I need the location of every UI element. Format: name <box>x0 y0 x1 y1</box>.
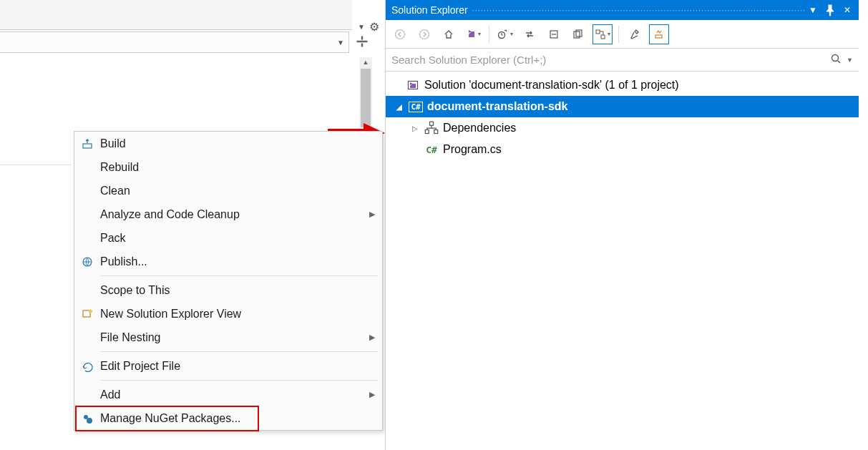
sync-icon[interactable] <box>520 24 540 44</box>
csharp-project-icon: C# <box>409 102 423 112</box>
publish-icon <box>74 256 100 268</box>
menu-item-edit-project[interactable]: Edit Project File <box>74 354 382 378</box>
expander-expand-icon[interactable]: ▷ <box>410 124 420 132</box>
properties-icon[interactable] <box>625 24 645 44</box>
solution-explorer-toolbar: ▾ <box>386 20 859 49</box>
menu-label: Publish... <box>100 255 362 268</box>
menu-label: Edit Project File <box>100 360 362 373</box>
svg-rect-13 <box>601 35 605 39</box>
project-context-menu: Build Rebuild Clean Analyze and Code Cle… <box>74 131 383 431</box>
menu-item-scope[interactable]: Scope to This <box>74 278 382 302</box>
submenu-arrow-icon: ▶ <box>362 333 382 342</box>
submenu-arrow-icon: ▶ <box>362 210 382 219</box>
svg-point-7 <box>420 29 429 39</box>
menu-item-rebuild[interactable]: Rebuild <box>74 155 382 179</box>
svg-rect-12 <box>596 30 600 34</box>
menu-item-file-nesting[interactable]: File Nesting ▶ <box>74 326 382 349</box>
dependencies-icon <box>424 121 439 135</box>
editor-top-controls: ▼ ⚙ <box>358 20 379 34</box>
menu-label: Rebuild <box>100 161 362 174</box>
svg-rect-14 <box>655 35 662 38</box>
menu-separator <box>100 380 378 381</box>
menu-label: Analyze and Code Cleanup <box>100 208 362 221</box>
svg-point-4 <box>84 415 88 419</box>
svg-point-3 <box>89 309 92 313</box>
divider <box>0 165 72 165</box>
menu-item-build[interactable]: Build <box>74 132 382 155</box>
search-input[interactable] <box>391 54 827 66</box>
toolbar-separator <box>489 26 489 43</box>
tree-label: Dependencies <box>443 122 516 134</box>
menu-label: New Solution Explorer View <box>100 308 362 321</box>
edit-icon <box>74 361 100 372</box>
tree-solution-node[interactable]: Solution 'document-translation-sdk' (1 o… <box>386 74 859 96</box>
svg-rect-11 <box>576 30 582 36</box>
svg-rect-17 <box>430 122 434 125</box>
svg-point-5 <box>87 418 92 424</box>
nuget-icon <box>74 413 100 424</box>
forward-icon[interactable] <box>414 24 434 44</box>
tree-project-node[interactable]: ◢ C# document-translation-sdk <box>386 96 859 117</box>
scrollbar-thumb[interactable] <box>361 69 371 127</box>
gear-icon[interactable]: ⚙ <box>369 20 379 34</box>
editor-nav-dropdown[interactable]: ▼ <box>0 31 349 53</box>
search-options-icon[interactable]: ▼ <box>844 57 853 64</box>
preview-selected-icon[interactable] <box>593 24 613 44</box>
editor-top-bar <box>0 0 352 30</box>
menu-label: Build <box>100 137 362 150</box>
tree-label: Program.cs <box>443 143 502 156</box>
menu-label: Clean <box>100 185 362 197</box>
menu-item-add[interactable]: Add ▶ <box>74 383 382 406</box>
expander-collapse-icon[interactable]: ◢ <box>394 103 404 111</box>
menu-item-pack[interactable]: Pack <box>74 226 382 250</box>
back-icon[interactable] <box>390 24 410 44</box>
tree-label: Solution 'document-translation-sdk' (1 o… <box>424 79 679 92</box>
build-icon <box>74 138 100 150</box>
tree-dependencies-node[interactable]: ▷ Dependencies <box>386 117 859 139</box>
svg-rect-18 <box>425 130 429 134</box>
split-view-icon[interactable] <box>355 34 369 49</box>
pending-changes-filter-icon[interactable] <box>495 24 515 44</box>
svg-rect-0 <box>83 144 92 148</box>
show-all-files-icon[interactable] <box>568 24 588 44</box>
menu-label: Scope to This <box>100 284 362 297</box>
menu-label: File Nesting <box>100 331 362 344</box>
menu-separator <box>100 351 378 352</box>
menu-item-nuget[interactable]: Manage NuGet Packages... <box>74 406 382 430</box>
switch-views-icon[interactable]: ▾ <box>463 24 483 44</box>
pin-icon[interactable] <box>823 3 837 17</box>
chevron-down-icon[interactable]: ▼ <box>358 23 365 31</box>
svg-rect-19 <box>434 130 438 134</box>
new-view-icon <box>74 308 100 320</box>
solution-explorer-search[interactable]: ▼ <box>386 49 859 72</box>
search-icon[interactable] <box>827 53 844 67</box>
menu-item-new-view[interactable]: New Solution Explorer View <box>74 302 382 326</box>
preview-icon[interactable] <box>649 24 669 44</box>
submenu-arrow-icon: ▶ <box>362 390 382 399</box>
svg-point-15 <box>832 55 839 62</box>
header-grip: ∙∙∙∙∙∙∙∙∙∙∙∙∙∙∙∙∙∙∙∙∙∙∙∙∙∙∙∙∙∙∙∙∙∙∙∙∙∙∙∙… <box>468 6 806 14</box>
svg-point-6 <box>396 29 405 39</box>
solution-explorer-panel: Solution Explorer ∙∙∙∙∙∙∙∙∙∙∙∙∙∙∙∙∙∙∙∙∙∙… <box>385 0 859 450</box>
menu-item-analyze[interactable]: Analyze and Code Cleanup ▶ <box>74 202 382 226</box>
menu-label: Add <box>100 388 362 401</box>
scroll-up-icon[interactable]: ▲ <box>361 57 371 67</box>
home-icon[interactable] <box>439 24 459 44</box>
menu-separator <box>100 275 378 276</box>
tree-label: document-translation-sdk <box>427 100 567 113</box>
panel-title: Solution Explorer <box>391 4 468 16</box>
menu-label: Pack <box>100 232 362 245</box>
toolbar-separator <box>618 26 619 43</box>
tree-file-node[interactable]: C# Program.cs <box>386 139 859 160</box>
menu-item-clean[interactable]: Clean <box>74 179 382 202</box>
close-icon[interactable]: ✕ <box>840 3 854 17</box>
solution-tree: Solution 'document-translation-sdk' (1 o… <box>386 72 859 163</box>
menu-label: Manage NuGet Packages... <box>100 412 362 425</box>
chevron-down-icon: ▼ <box>337 39 344 47</box>
collapse-all-icon[interactable] <box>544 24 564 44</box>
solution-icon <box>406 79 420 91</box>
solution-explorer-header[interactable]: Solution Explorer ∙∙∙∙∙∙∙∙∙∙∙∙∙∙∙∙∙∙∙∙∙∙… <box>386 0 859 20</box>
csharp-file-icon: C# <box>424 145 439 155</box>
window-options-icon[interactable]: ▼ <box>806 3 820 17</box>
menu-item-publish[interactable]: Publish... <box>74 250 382 273</box>
